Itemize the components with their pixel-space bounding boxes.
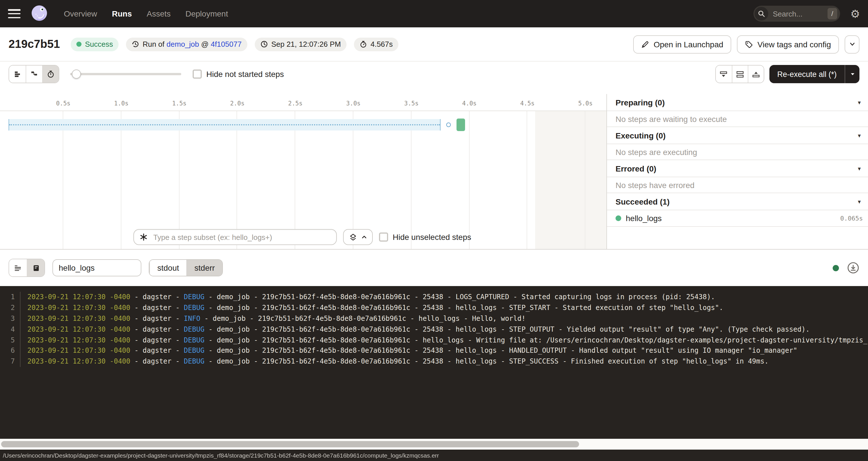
time-tick-label: 5.0s	[557, 100, 615, 106]
collapse-top-panel-icon[interactable]	[747, 65, 764, 83]
duration-tag: 4.567s	[354, 37, 398, 51]
step-subset-inputbox[interactable]	[133, 229, 337, 245]
log-line-number: 1	[0, 293, 15, 301]
nav-item[interactable]: Assets	[147, 9, 171, 18]
gantt-zoom-slider[interactable]	[70, 69, 181, 79]
pencil-icon	[641, 40, 649, 48]
collapse-bottom-panel-icon[interactable]	[716, 65, 732, 83]
log-timestamp: 2023-09-21 12:07:30 -0400	[27, 347, 130, 355]
clock-icon	[260, 40, 268, 48]
gantt-flat-view-icon[interactable]	[9, 65, 26, 83]
raw-log-view-icon[interactable]	[27, 259, 44, 276]
log-status-bar: /Users/erincochran/Desktop/dagster-examp…	[0, 450, 868, 461]
log-stream-tabs: stdoutstderr	[149, 259, 223, 276]
step-section: Preparing (0) ▾ No steps are waiting to …	[607, 94, 868, 127]
gantt-timed-view-icon[interactable]	[42, 65, 59, 83]
log-line-number: 3	[0, 314, 15, 322]
log-timestamp: 2023-09-21 12:07:30 -0400	[27, 336, 130, 344]
section-caret-icon: ▾	[858, 165, 861, 171]
section-empty-text: No steps are executing	[607, 144, 868, 160]
time-tick-label: 4.0s	[440, 100, 498, 106]
view-tags-config-button[interactable]: View tags and config	[737, 35, 839, 53]
structured-log-view-icon[interactable]	[9, 259, 27, 276]
section-header[interactable]: Succeeded (1) ▾	[607, 193, 868, 210]
log-source: - dagster -	[130, 304, 184, 312]
open-in-launchpad-button[interactable]: Open in Launchpad	[633, 35, 731, 53]
run-id-title: 219c7b51	[8, 38, 60, 51]
log-horizontal-scrollbar[interactable]	[0, 439, 868, 450]
job-link[interactable]: demo_job	[166, 40, 199, 49]
reexecute-all-button[interactable]: Re-execute all (*)	[769, 65, 845, 83]
log-source: - dagster -	[130, 314, 184, 322]
start-time-tag: Sep 21, 12:07:26 PM	[255, 37, 346, 51]
nav-item[interactable]: Overview	[64, 9, 97, 18]
run-actions-menu-button[interactable]	[845, 35, 860, 53]
step-row[interactable]: hello_logs 0.065s	[607, 210, 868, 227]
log-line: 1 2023-09-21 12:07:30 -0400 - dagster - …	[0, 292, 868, 303]
time-tick-label: 1.5s	[150, 100, 208, 106]
settings-gear-icon[interactable]: ⚙	[850, 8, 860, 19]
step-waiting-bar[interactable]	[8, 119, 440, 130]
log-stream-tab[interactable]: stderr	[186, 260, 222, 276]
checkbox-icon[interactable]	[379, 233, 388, 242]
split-panels-icon[interactable]	[732, 65, 747, 83]
time-tick-label: 3.5s	[382, 100, 440, 106]
log-line: 3 2023-09-21 12:07:30 -0400 - dagster - …	[0, 313, 868, 324]
snapshot-link[interactable]: 4f105077	[211, 40, 241, 49]
raw-log-output[interactable]: 1 2023-09-21 12:07:30 -0400 - dagster - …	[0, 286, 868, 439]
tag-icon	[745, 40, 753, 48]
menu-icon[interactable]	[8, 9, 21, 18]
search-input[interactable]: Search... /	[753, 6, 840, 22]
log-level: DEBUG	[184, 347, 204, 355]
checkbox-icon[interactable]	[193, 69, 202, 79]
step-execution-bar[interactable]	[457, 119, 465, 131]
log-toolbar: stdoutstderr	[0, 250, 868, 286]
log-view-mode-group	[8, 259, 45, 277]
search-icon	[754, 7, 768, 21]
stopwatch-icon	[360, 40, 367, 48]
status-badge: Success	[71, 37, 119, 51]
gantt-toolbar: Hide not started steps Re-execute all (*…	[0, 62, 868, 87]
graph-query-toggle-button[interactable]	[343, 229, 373, 245]
nav-item[interactable]: Deployment	[186, 9, 228, 18]
time-tick-label: 2.0s	[208, 100, 267, 106]
log-level: DEBUG	[184, 326, 204, 333]
section-header[interactable]: Executing (0) ▾	[607, 127, 868, 144]
slider-handle[interactable]	[72, 69, 81, 79]
log-stream-tab[interactable]: stdout	[149, 260, 186, 276]
log-level: INFO	[184, 314, 200, 322]
search-placeholder: Search...	[773, 9, 823, 18]
section-header[interactable]: Preparing (0) ▾	[607, 94, 868, 111]
log-source: - dagster -	[130, 326, 184, 333]
log-line-number: 5	[0, 336, 15, 344]
step-start-marker[interactable]	[446, 123, 451, 127]
step-duration: 0.065s	[840, 215, 863, 222]
log-line: 5 2023-09-21 12:07:30 -0400 - dagster - …	[0, 335, 868, 345]
hide-unselected-checkbox[interactable]: Hide unselected steps	[379, 233, 471, 242]
scrollbar-thumb[interactable]	[1, 441, 579, 447]
log-source: - dagster -	[130, 336, 184, 344]
log-source: - dagster -	[130, 357, 184, 365]
log-step-filter-input[interactable]	[53, 259, 141, 276]
op-selector-icon	[140, 233, 148, 241]
gantt-gridlines	[5, 111, 585, 249]
gantt-waterfall-view-icon[interactable]	[26, 65, 42, 83]
section-empty-text: No steps are waiting to execute	[607, 111, 868, 127]
layers-icon	[349, 233, 358, 241]
hide-not-started-checkbox[interactable]: Hide not started steps	[193, 69, 284, 79]
log-level: DEBUG	[184, 293, 204, 301]
section-header[interactable]: Errored (0) ▾	[607, 160, 868, 177]
log-timestamp: 2023-09-21 12:07:30 -0400	[27, 314, 130, 322]
dagster-logo-icon[interactable]	[30, 4, 49, 23]
log-source: - dagster -	[130, 347, 184, 355]
app-window: Overview Runs Assets Deployment Search..…	[0, 0, 868, 461]
panel-layout-group	[715, 65, 764, 83]
main-nav: Overview Runs Assets Deployment	[64, 9, 228, 18]
nav-item[interactable]: Runs	[112, 9, 132, 18]
gantt-mode-group	[8, 65, 59, 83]
download-log-icon[interactable]	[847, 262, 860, 274]
log-line: 4 2023-09-21 12:07:30 -0400 - dagster - …	[0, 324, 868, 335]
log-timestamp: 2023-09-21 12:07:30 -0400	[27, 293, 130, 301]
reexecute-menu-caret[interactable]	[845, 65, 860, 83]
step-subset-input[interactable]	[152, 232, 331, 242]
